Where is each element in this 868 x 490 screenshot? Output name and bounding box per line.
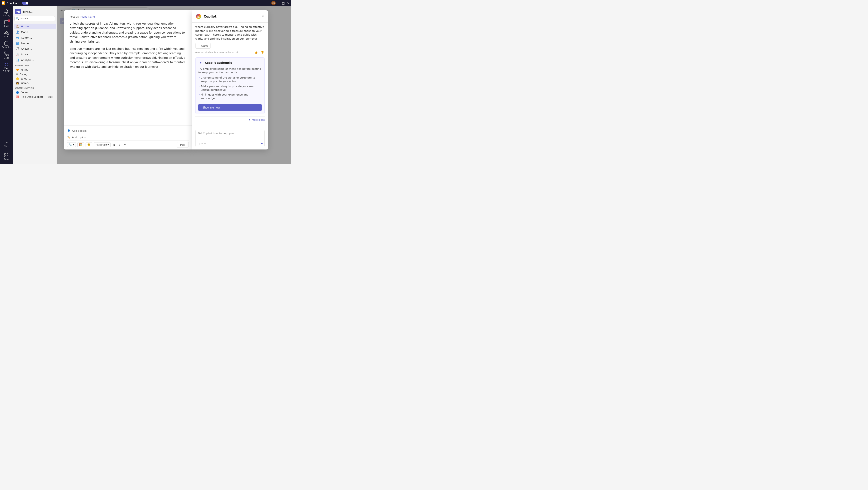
- add-topics-label: Add topics: [72, 136, 86, 139]
- sidebar-item-viva-engage[interactable]: Viva Engage: [1, 61, 12, 73]
- copilot-close-button[interactable]: ×: [261, 14, 265, 19]
- sidebar-label-activity: Activity: [3, 14, 10, 17]
- post-button[interactable]: Post: [177, 142, 189, 148]
- sidebar-nav-home[interactable]: 🏠 Home: [13, 24, 56, 29]
- tip-list-item-2: Add a personal story to provide your own…: [198, 85, 262, 92]
- sidebar-nav-connect[interactable]: 🔵 Conne...: [13, 90, 56, 95]
- copilot-send-button[interactable]: ➤: [260, 141, 263, 145]
- sidebar-nav-analytics[interactable]: 📊 Analytic...: [13, 57, 56, 63]
- all-communities-icon: 🧡: [16, 69, 19, 71]
- sidebar-nav-all-co[interactable]: 🧡 All co...: [13, 68, 56, 72]
- svg-point-23: [197, 15, 197, 16]
- new-teams-toggle[interactable]: [22, 2, 28, 5]
- analytics-icon: 📊: [16, 58, 20, 62]
- sidebar-nav-mona[interactable]: 👤 Mona: [13, 29, 56, 35]
- tip-header: ✦ Keep it authentic: [198, 60, 262, 65]
- helpdesk-badge: 20+: [48, 96, 53, 98]
- sidebar-nav-answers[interactable]: 💬 Answe...: [13, 46, 56, 52]
- minimize-btn[interactable]: ─: [278, 2, 280, 5]
- sidebar-search-input[interactable]: [14, 16, 55, 21]
- more-ideas-label: More ideas: [252, 118, 265, 121]
- italic-btn[interactable]: I: [118, 142, 121, 147]
- tip-intro: Try employing some of these tips before …: [198, 67, 262, 74]
- emoji-btn[interactable]: 😊: [86, 142, 92, 147]
- gif-icon: 🖼️: [79, 143, 82, 146]
- sidebar-label-calls: Calls: [4, 57, 9, 59]
- post-as-name[interactable]: Mona Kane: [81, 15, 95, 18]
- sidebar-nav-communities[interactable]: 👥 Comm...: [13, 35, 56, 40]
- copilot-textarea[interactable]: [198, 132, 262, 141]
- post-editor: Post as: Mona Kane Unlock the secrets of…: [64, 10, 192, 150]
- add-people-row[interactable]: 👤 Add people: [67, 128, 189, 134]
- maximize-btn[interactable]: □: [282, 2, 285, 5]
- post-as-line: Post as: Mona Kane: [69, 15, 186, 18]
- paragraph-btn[interactable]: Paragraph ▾: [94, 142, 111, 147]
- sidebar-nav-sales[interactable]: 🟡 Sales I...: [13, 76, 56, 81]
- giving-label: Giving...: [20, 73, 30, 76]
- sidebar-item-apps[interactable]: Apps: [1, 152, 12, 161]
- attachment-btn[interactable]: 📎 ▾: [67, 142, 76, 147]
- sidebar-nav-analytics-label: Analytic...: [21, 59, 34, 62]
- more-ideas-icon: ✦: [248, 118, 251, 121]
- paragraph-chevron: ▾: [107, 143, 109, 146]
- svg-point-10: [6, 142, 7, 143]
- sidebar-search[interactable]: 🔍: [14, 16, 55, 21]
- post-editor-footer: 👤 Add people 🏷️ Add topics 📎 ▾: [64, 126, 192, 150]
- copilot-added-button[interactable]: ✓ Added: [195, 43, 211, 48]
- svg-point-22: [197, 17, 197, 18]
- sidebar-item-calls[interactable]: Calls: [1, 51, 12, 60]
- more-toolbar-btn[interactable]: ···: [123, 142, 128, 147]
- post-paragraph-2: Effective mentors are not just teachers …: [69, 46, 186, 69]
- sidebar-nav-giving[interactable]: ❤️ Giving...: [13, 72, 56, 76]
- viva-engage-icon: [4, 62, 9, 67]
- gif-btn[interactable]: 🖼️: [78, 142, 84, 147]
- communities-icon: 👥: [16, 36, 20, 39]
- modal-container: Post as: Mona Kane Unlock the secrets of…: [64, 10, 284, 150]
- teams-icon: [4, 30, 9, 35]
- feedback-buttons: 👍 👎: [253, 50, 265, 54]
- sidebar-item-chat[interactable]: 1 Chat: [1, 19, 12, 28]
- thumbs-down-button[interactable]: 👎: [260, 50, 265, 54]
- copilot-feedback: AI-generated content may be incorrect 👍 …: [195, 50, 265, 54]
- thumbs-up-button[interactable]: 👍: [253, 50, 258, 54]
- modal-overlay: Post as: Mona Kane Unlock the secrets of…: [57, 6, 291, 164]
- women-label: Wome...: [21, 82, 30, 85]
- user-avatar[interactable]: MK: [271, 1, 276, 5]
- more-ideas-button[interactable]: ✦ More ideas: [248, 118, 265, 121]
- favorites-section-title: Favorites: [13, 63, 57, 68]
- more-options-btn[interactable]: ...: [266, 2, 269, 5]
- svg-point-19: [199, 15, 200, 16]
- sidebar-item-more[interactable]: More: [1, 139, 12, 149]
- post-as-label: Post as:: [69, 15, 80, 18]
- title-bar-left: New Teams: [2, 1, 28, 5]
- sidebar-nav-women[interactable]: 👩 Wome...: [13, 81, 56, 85]
- sidebar-nav-leadership[interactable]: 👥 Leader...: [13, 40, 56, 46]
- copilot-input-area: 0/2000 ➤: [192, 127, 268, 150]
- tip-title: Keep it authentic: [205, 61, 232, 64]
- sidebar-nav-storyline[interactable]: 📖 Storyli...: [13, 52, 56, 57]
- close-btn[interactable]: ✕: [287, 2, 289, 5]
- show-me-how-button[interactable]: Show me how: [198, 104, 262, 111]
- sidebar-item-calendar[interactable]: Calendar: [1, 40, 12, 50]
- copilot-tip-card: ✦ Keep it authentic Try employing some o…: [195, 57, 265, 114]
- tip-icon: ✦: [198, 60, 203, 65]
- leadership-icon: 👥: [16, 41, 20, 45]
- helpdesk-icon: 🆘: [16, 96, 19, 98]
- copilot-textarea-wrap[interactable]: 0/2000 ➤: [195, 130, 265, 147]
- sidebar-item-activity[interactable]: Activity: [1, 8, 12, 18]
- answers-icon: 💬: [16, 47, 20, 51]
- home-icon: 🏠: [16, 25, 20, 28]
- copilot-logo-icon: [195, 13, 202, 20]
- helpdesk-label: Help Desk Support: [21, 96, 43, 98]
- sidebar-nav-helpdesk[interactable]: 🆘 Help Desk Support 20+: [13, 95, 56, 99]
- chat-badge: 1: [8, 20, 10, 22]
- women-icon: 👩: [16, 82, 19, 85]
- add-topics-row[interactable]: 🏷️ Add topics: [67, 134, 189, 140]
- svg-point-20: [199, 17, 200, 18]
- sales-label: Sales I...: [21, 77, 31, 80]
- add-people-label: Add people: [72, 129, 87, 132]
- sidebar-label-more: More: [4, 145, 9, 147]
- tip-list-item-1: Change some of the words or structure to…: [198, 76, 262, 83]
- bold-btn[interactable]: B: [112, 142, 117, 147]
- sidebar-item-teams[interactable]: Teams: [1, 29, 12, 39]
